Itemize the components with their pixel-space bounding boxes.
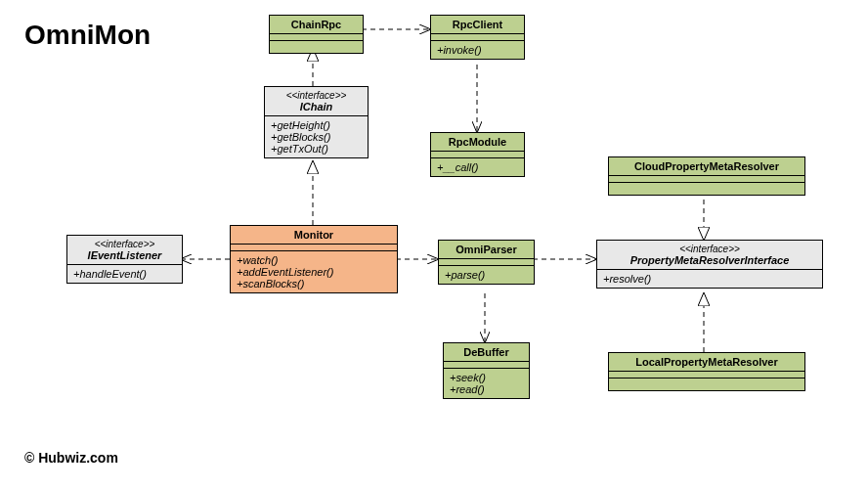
class-name: LocalPropertyMetaResolver (609, 353, 804, 372)
class-attrs (444, 362, 529, 369)
class-ops: +invoke() (431, 41, 524, 59)
op: +getBlocks() (271, 131, 362, 143)
op: +read() (450, 383, 523, 395)
class-name: <<interface>> IChain (265, 87, 368, 116)
copyright-label: © Hubwiz.com (24, 450, 118, 466)
op: +invoke() (437, 44, 518, 56)
class-cloudresolver: CloudPropertyMetaResolver (608, 156, 805, 196)
class-chainrpc: ChainRpc (269, 15, 364, 54)
op: +watch() (237, 254, 391, 266)
class-name: Monitor (231, 226, 397, 245)
interface-ichain: <<interface>> IChain +getHeight() +getBl… (264, 86, 369, 158)
class-ops: +watch() +addEventListener() +scanBlocks… (231, 251, 397, 292)
class-attrs (431, 152, 524, 158)
class-attrs (609, 176, 804, 183)
class-ops: +handleEvent() (67, 265, 182, 283)
stereotype-label: <<interface>> (603, 244, 816, 254)
class-attrs (270, 34, 363, 41)
class-attrs (431, 34, 524, 41)
class-localresolver: LocalPropertyMetaResolver (608, 352, 805, 391)
class-name: DeBuffer (444, 343, 529, 362)
class-name: OmniParser (439, 241, 534, 259)
class-ops: +resolve() (597, 270, 822, 288)
interface-pmresolver: <<interface>> PropertyMetaResolverInterf… (596, 240, 823, 289)
class-name: ChainRpc (270, 16, 363, 34)
class-rpcclient: RpcClient +invoke() (430, 15, 525, 60)
diagram-title: OmniMon (24, 20, 151, 51)
name-text: PropertyMetaResolverInterface (603, 254, 816, 266)
class-attrs (231, 245, 397, 251)
op: +resolve() (603, 273, 816, 285)
class-ops: +getHeight() +getBlocks() +getTxOut() (265, 116, 368, 157)
interface-ieventlistener: <<interface>> IEventListener +handleEven… (66, 235, 183, 284)
class-ops (609, 183, 804, 195)
op: +seek() (450, 372, 523, 383)
class-ops: +parse() (439, 266, 534, 284)
class-omniparser: OmniParser +parse() (438, 240, 535, 285)
class-rpcmodule: RpcModule +__call() (430, 132, 525, 177)
op: +scanBlocks() (237, 278, 391, 290)
class-ops: +seek() +read() (444, 369, 529, 398)
stereotype-label: <<interface>> (73, 239, 176, 249)
op: +handleEvent() (73, 268, 176, 280)
op: +parse() (445, 269, 528, 281)
class-name: <<interface>> IEventListener (67, 236, 182, 265)
class-attrs (439, 259, 534, 266)
op: +getHeight() (271, 119, 362, 131)
class-ops: +__call() (431, 158, 524, 176)
op: +addEventListener() (237, 266, 391, 278)
op: +__call() (437, 161, 518, 173)
stereotype-label: <<interface>> (271, 90, 362, 101)
class-monitor: Monitor +watch() +addEventListener() +sc… (230, 225, 398, 293)
class-name: CloudPropertyMetaResolver (609, 157, 804, 176)
name-text: IChain (271, 101, 362, 112)
name-text: IEventListener (73, 249, 176, 261)
class-name: <<interface>> PropertyMetaResolverInterf… (597, 241, 822, 270)
class-name: RpcClient (431, 16, 524, 34)
class-debuffer: DeBuffer +seek() +read() (443, 342, 530, 399)
class-ops (609, 379, 804, 390)
op: +getTxOut() (271, 143, 362, 155)
class-ops (270, 41, 363, 53)
class-attrs (609, 372, 804, 379)
class-name: RpcModule (431, 133, 524, 152)
